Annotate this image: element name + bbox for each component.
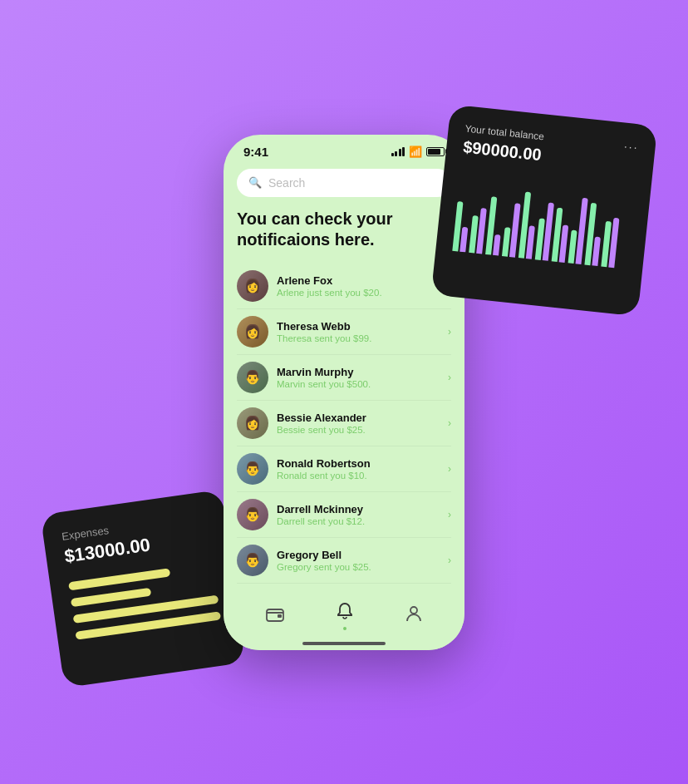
avatar: 👨 <box>237 545 268 576</box>
svg-point-2 <box>410 607 417 614</box>
more-icon[interactable]: ··· <box>623 140 639 155</box>
battery-icon <box>426 147 445 156</box>
notif-text: Marvin Murphy Marvin sent you $500. <box>277 366 445 389</box>
nav-item-bell[interactable] <box>320 595 370 637</box>
avatar: 👨 <box>237 362 268 393</box>
main-content: You can check your notificaions here. 👩 … <box>224 209 464 584</box>
notif-name: Arlene Fox <box>277 274 445 287</box>
notif-name: Ronald Robertson <box>277 457 445 470</box>
list-item[interactable]: 👩 Bessie Alexander Bessie sent you $25. … <box>237 401 451 446</box>
notification-list: 👩 Arlene Fox Arlene just sent you $20. ›… <box>237 264 451 584</box>
expense-line-2 <box>71 588 151 607</box>
chevron-right-icon: › <box>448 326 451 338</box>
chevron-right-icon: › <box>448 555 451 566</box>
home-indicator <box>302 642 386 645</box>
avatar: 👨 <box>237 499 268 530</box>
list-item[interactable]: 👨 Gregory Bell Gregory sent you $25. › <box>237 538 451 584</box>
notif-name: Marvin Murphy <box>277 366 445 378</box>
notif-text: Bessie Alexander Bessie sent you $25. <box>277 412 445 435</box>
page-title: You can check your notificaions here. <box>237 209 451 250</box>
notif-desc: Gregory sent you $25. <box>277 562 445 572</box>
notif-text: Ronald Robertson Ronald sent you $10. <box>277 457 445 481</box>
status-bar: 9:41 📶 <box>224 135 464 164</box>
search-bar[interactable]: 🔍 Search <box>237 169 451 197</box>
bell-icon <box>337 602 353 624</box>
balance-card: Your total balance ··· $90000.00 <box>431 105 658 317</box>
nav-active-dot <box>343 627 346 630</box>
nav-item-profile[interactable] <box>389 598 439 634</box>
chart-bar <box>592 237 601 267</box>
notif-desc: Theresa sent you $99. <box>277 333 445 343</box>
list-item[interactable]: 👨 Marvin Murphy Marvin sent you $500. › <box>237 355 451 401</box>
wallet-icon <box>266 605 284 626</box>
notif-desc: Marvin sent you $500. <box>277 379 445 389</box>
chevron-right-icon: › <box>448 417 451 429</box>
avatar: 👩 <box>237 316 268 348</box>
chart-bar <box>459 227 468 253</box>
chevron-right-icon: › <box>448 463 451 475</box>
user-icon <box>405 604 422 627</box>
notif-desc: Darrell sent you $12. <box>277 516 445 526</box>
chevron-right-icon: › <box>448 372 451 383</box>
notif-name: Theresa Webb <box>277 320 445 333</box>
search-placeholder: Search <box>268 176 305 190</box>
notif-desc: Ronald sent you $10. <box>277 471 445 481</box>
status-icons: 📶 <box>391 145 445 158</box>
list-item[interactable]: 👩 Arlene Fox Arlene just sent you $20. › <box>237 264 451 309</box>
notif-name: Bessie Alexander <box>277 412 445 424</box>
expenses-card: Expenses $13000.00 <box>40 490 245 688</box>
expense-line-1 <box>68 568 170 590</box>
notif-text: Darrell Mckinney Darrell sent you $12. <box>277 503 445 526</box>
signal-icon <box>391 147 405 156</box>
notif-desc: Bessie sent you $25. <box>277 425 445 435</box>
chart-bar <box>526 225 535 259</box>
avatar: 👩 <box>237 407 268 439</box>
svg-rect-1 <box>278 614 282 618</box>
avatar: 👨 <box>237 453 268 485</box>
notif-name: Darrell Mckinney <box>277 503 445 515</box>
chart-bar <box>493 234 501 256</box>
notif-desc: Arlene just sent you $20. <box>277 288 445 298</box>
notif-text: Gregory Bell Gregory sent you $25. <box>277 549 445 572</box>
balance-chart <box>452 168 634 269</box>
status-time: 9:41 <box>243 145 268 159</box>
notif-name: Gregory Bell <box>277 549 445 561</box>
notif-text: Theresa Webb Theresa sent you $99. <box>277 320 445 343</box>
notif-text: Arlene Fox Arlene just sent you $20. <box>277 274 445 298</box>
nav-item-wallet[interactable] <box>249 599 301 633</box>
chevron-right-icon: › <box>448 509 451 520</box>
phone-frame: 9:41 📶 🔍 Search You can check your notif… <box>224 135 464 650</box>
avatar: 👩 <box>237 270 268 302</box>
list-item[interactable]: 👨 Darrell Mckinney Darrell sent you $12.… <box>237 492 451 538</box>
wifi-icon: 📶 <box>409 145 422 158</box>
list-item[interactable]: 👩 Theresa Webb Theresa sent you $99. › <box>237 309 451 355</box>
search-icon: 🔍 <box>248 176 262 189</box>
list-item[interactable]: 👨 Ronald Robertson Ronald sent you $10. … <box>237 446 451 492</box>
